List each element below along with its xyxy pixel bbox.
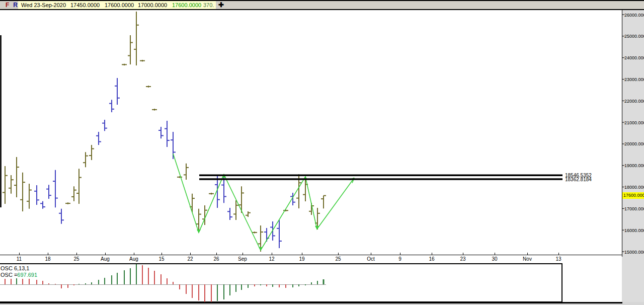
date-tick-label: 11 <box>17 256 22 262</box>
price-tick-label: 26000.000 <box>624 13 644 18</box>
date-tick-label: 12 <box>269 256 275 262</box>
ohlc-bar <box>122 64 127 65</box>
zigzag-arrow-down <box>197 230 201 233</box>
date-tick-label: 25 <box>335 256 341 262</box>
current-price-flag: 17600.000 <box>622 192 644 199</box>
ohlc-bar <box>152 109 157 110</box>
ohlc-bar <box>46 185 51 199</box>
ohlc-bar <box>303 179 308 201</box>
date-tick-label: Sep <box>238 256 247 262</box>
price-tick-label: 18000.000 <box>624 185 644 190</box>
ohlc-bar <box>14 157 19 197</box>
date-tick-label: 22 <box>187 256 193 262</box>
date-tick-label: Aug <box>101 256 110 262</box>
ohlc-bar <box>109 100 114 112</box>
date-tick-label: 19 <box>299 256 305 262</box>
price-tick-label: 20000.000 <box>624 141 644 146</box>
price-tick-label: 19000.000 <box>624 163 644 168</box>
date-tick-label: Oct <box>367 256 375 262</box>
ohlc-bar <box>177 176 182 178</box>
price-chart-canvas[interactable]: 111825AugAug152226Sep121925Oct9162330Nov… <box>0 0 644 305</box>
date-tick-label: 18 <box>45 256 51 262</box>
date-tick-label: 16 <box>429 256 435 262</box>
ohlc-bar <box>9 175 14 194</box>
ohlc-bar <box>246 211 251 217</box>
ohlc-bar <box>227 208 232 220</box>
date-tick-label: 25 <box>73 256 79 262</box>
ohlc-bar <box>59 209 64 224</box>
date-tick-label: 26 <box>213 256 219 262</box>
price-tick-label: 24000.000 <box>624 55 644 60</box>
ohlc-bar <box>34 185 39 205</box>
ohlc-bar <box>252 232 257 233</box>
ohlc-bar <box>140 60 145 61</box>
ohlc-bar <box>3 166 8 204</box>
ohlc-bar <box>165 121 170 147</box>
date-axis: 111825AugAug152226Sep121925Oct9162330Nov… <box>0 253 622 262</box>
ohlc-bar <box>209 193 214 194</box>
date-tick-label: 15 <box>158 256 165 262</box>
ohlc-bar <box>221 177 226 203</box>
date-tick-label: Aug <box>129 256 138 262</box>
price-tick-label: 23000.000 <box>624 77 644 82</box>
ohlc-bar <box>239 186 244 213</box>
price-tick-label: 25000.000 <box>624 34 644 39</box>
ohlc-bar <box>76 169 82 204</box>
date-tick-label: 23 <box>460 256 466 262</box>
ohlc-bar <box>134 12 139 65</box>
price-axis: 26000.00025000.00024000.00023000.0002200… <box>622 10 644 257</box>
ohlc-bar <box>277 220 282 248</box>
ohlc-bar <box>89 145 94 160</box>
ohlc-bar <box>184 164 189 180</box>
price-bars <box>3 12 326 252</box>
ohlc-bar <box>40 201 45 209</box>
ohlc-bar <box>321 196 326 209</box>
ohlc-bar <box>171 132 176 159</box>
date-tick-label: Nov <box>523 256 532 262</box>
price-tick-label: 22000.000 <box>624 99 644 104</box>
zigzag-arrow-down <box>259 247 263 251</box>
date-tick-label: 9 <box>398 256 401 262</box>
ohlc-bar <box>158 127 164 138</box>
ohlc-bar <box>71 186 76 201</box>
ohlc-bar <box>115 78 120 105</box>
price-tick-label: 21000.000 <box>624 120 644 125</box>
ohlc-bar <box>53 170 58 208</box>
trading-app-window: F R Wed 23-Sep-2020 17450.0000 17600.000… <box>0 0 644 305</box>
ohlc-bar <box>128 35 133 64</box>
price-tick-label: 17000.000 <box>624 206 644 211</box>
ohlc-bar <box>96 132 101 145</box>
price-tick-label: 15000.000 <box>624 250 644 255</box>
ohlc-bar <box>83 152 88 167</box>
oscillator-histogram <box>0 264 326 302</box>
ohlc-bar <box>20 173 25 211</box>
zigzag-annotation[interactable] <box>173 154 354 251</box>
ohlc-bar <box>146 86 151 87</box>
price-tick-label: 16000.000 <box>624 228 644 233</box>
ohlc-bar <box>65 202 70 204</box>
date-tick-label: 30 <box>492 256 498 262</box>
date-tick-label: 13 <box>555 256 561 262</box>
resistance-lines[interactable] <box>199 175 562 179</box>
ohlc-bar <box>102 120 107 131</box>
ohlc-bar <box>190 194 195 212</box>
ohlc-bar <box>27 184 32 209</box>
